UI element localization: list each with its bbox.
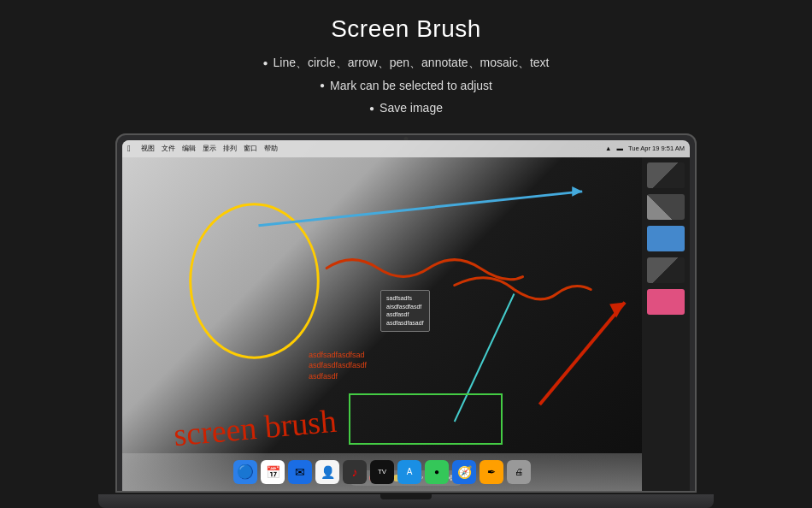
clock: Tue Apr 19 9:51 AM (628, 145, 685, 152)
dock-icon-5[interactable]: ● (425, 460, 449, 484)
green-rectangle (349, 393, 503, 445)
laptop-notch (380, 494, 432, 499)
laptop-base (98, 494, 714, 508)
dock-icon-appletv[interactable]: TV (370, 460, 394, 484)
menu-item-window[interactable]: 窗口 (244, 144, 257, 153)
screen-content:  视图 文件 编辑 显示 排列 窗口 帮助 ▲ ▬ Tue Apr 19 9:… (122, 140, 690, 491)
sidebar (642, 157, 690, 491)
dock-icon-calendar[interactable]: 📅 (261, 460, 285, 484)
features-list: Line、circle、arrow、pen、annotate、mosaic、te… (263, 51, 550, 120)
dock-icon-music[interactable]: ♪ (343, 460, 367, 484)
menu-item-edit[interactable]: 编辑 (182, 144, 196, 153)
menu-bar-right: ▲ ▬ Tue Apr 19 9:51 AM (605, 145, 685, 152)
sidebar-thumb-1[interactable] (647, 162, 685, 188)
dock-icon-appstore[interactable]: A (397, 460, 421, 484)
dock-icon-pen[interactable]: ✒ (480, 460, 503, 484)
laptop-body:  视图 文件 编辑 显示 排列 窗口 帮助 ▲ ▬ Tue Apr 19 9:… (115, 133, 697, 493)
dock-icon-printer[interactable]: 🖨 (507, 460, 531, 484)
laptop-screen:  视图 文件 编辑 显示 排列 窗口 帮助 ▲ ▬ Tue Apr 19 9:… (122, 140, 690, 491)
menu-item-view[interactable]: 视图 (141, 144, 155, 153)
menu-item-display[interactable]: 显示 (203, 144, 216, 153)
app-title: Screen Brush (263, 15, 550, 43)
laptop-container:  视图 文件 编辑 显示 排列 窗口 帮助 ▲ ▬ Tue Apr 19 9:… (98, 133, 714, 508)
feature-item-3: Save image (263, 97, 550, 120)
red-text-annotation: asdfsadfasdfsad asdfasdfasdfasdf asdfasd… (309, 350, 367, 382)
dock-icon-contacts[interactable]: 👤 (315, 460, 339, 484)
menu-item-file[interactable]: 文件 (162, 144, 175, 153)
menu-items: 视图 文件 编辑 显示 排列 窗口 帮助 (141, 144, 278, 153)
sidebar-thumb-4[interactable] (647, 257, 685, 283)
menu-bar:  视图 文件 编辑 显示 排列 窗口 帮助 ▲ ▬ Tue Apr 19 9:… (122, 140, 690, 157)
apple-menu[interactable]:  (127, 144, 131, 153)
feature-item-2: Mark can be selected to adjust (263, 74, 550, 97)
wifi-icon: ▲ (605, 145, 611, 152)
menu-item-arrange[interactable]: 排列 (223, 144, 237, 153)
text-annotation-popup: sadfsadfs aisdfasdfasdf asdfasdf asdfasd… (380, 290, 430, 332)
header-section: Screen Brush Line、circle、arrow、pen、annot… (263, 0, 550, 130)
sidebar-thumb-3[interactable] (647, 226, 685, 251)
svg-point-0 (191, 204, 319, 357)
dock-icon-safari[interactable]: 🧭 (452, 460, 476, 484)
sidebar-thumb-5[interactable] (647, 289, 685, 315)
dock-icon-mail[interactable]: ✉ (288, 460, 312, 484)
feature-item-1: Line、circle、arrow、pen、annotate、mosaic、te… (263, 51, 550, 74)
battery-icon: ▬ (616, 145, 623, 152)
dock: 🔵 📅 ✉ 👤 ♪ TV A ● 🧭 ✒ 🖨 (122, 453, 642, 491)
sidebar-thumb-2[interactable] (647, 194, 685, 220)
svg-line-3 (539, 302, 625, 405)
menu-item-help[interactable]: 帮助 (264, 144, 278, 153)
svg-line-1 (258, 192, 582, 226)
dock-icon-finder[interactable]: 🔵 (233, 460, 257, 484)
svg-marker-2 (572, 186, 582, 197)
